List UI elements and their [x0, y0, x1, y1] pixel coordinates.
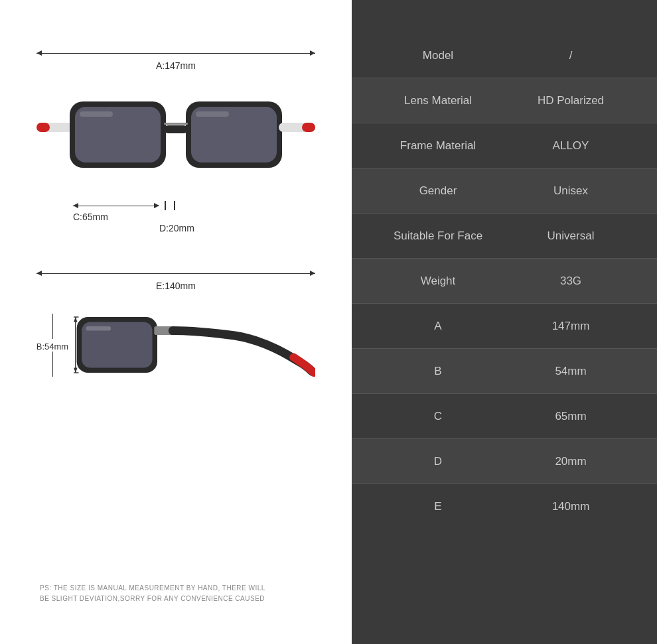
- spec-value: Universal: [504, 229, 637, 243]
- spec-value: 140mm: [504, 500, 637, 513]
- spec-row: E140mm: [352, 484, 657, 529]
- spec-value: 54mm: [504, 365, 637, 378]
- spec-row: Weight33G: [352, 259, 657, 304]
- spec-value: 33G: [504, 275, 637, 288]
- spec-value: 20mm: [504, 455, 637, 468]
- spec-row: Lens MaterialHD Polarized: [352, 78, 657, 123]
- glasses-side-diagram: E:140mm B:54mm: [36, 273, 315, 395]
- specs-table: Model/Lens MaterialHD PolarizedFrame Mat…: [352, 0, 657, 644]
- spec-row: A147mm: [352, 304, 657, 349]
- spec-label: Weight: [372, 275, 504, 288]
- spec-label: Model: [372, 49, 504, 62]
- spec-label: Gender: [372, 184, 504, 198]
- spec-value: 65mm: [504, 410, 637, 423]
- svg-marker-19: [74, 317, 78, 322]
- spec-label: C: [372, 410, 504, 423]
- spec-value: /: [504, 49, 637, 62]
- spec-label: D: [372, 455, 504, 468]
- spec-value: ALLOY: [504, 139, 637, 153]
- left-panel: A:147mm: [0, 0, 352, 644]
- spec-value: Unisex: [504, 184, 637, 198]
- dim-c-label: C:65mm: [73, 212, 108, 222]
- glasses-top-svg: [36, 75, 315, 194]
- spec-label: Lens Material: [372, 94, 504, 107]
- spec-row: Frame MaterialALLOY: [352, 123, 657, 168]
- spec-row: Suitable For FaceUniversal: [352, 214, 657, 259]
- svg-rect-3: [164, 125, 188, 133]
- spec-row: Model/: [352, 33, 657, 78]
- svg-marker-20: [74, 368, 78, 373]
- svg-rect-11: [164, 123, 188, 125]
- svg-rect-15: [86, 326, 111, 331]
- spec-label: Frame Material: [372, 139, 504, 153]
- spec-label: B: [372, 365, 504, 378]
- spec-row: B54mm: [352, 349, 657, 394]
- spec-row: D20mm: [352, 439, 657, 484]
- spec-value: 147mm: [504, 320, 637, 333]
- svg-rect-10: [196, 111, 229, 117]
- svg-rect-8: [302, 123, 315, 132]
- dim-a-label: A:147mm: [36, 60, 315, 71]
- spec-row: GenderUnisex: [352, 168, 657, 214]
- spec-label: A: [372, 320, 504, 333]
- spec-value: HD Polarized: [504, 94, 637, 107]
- dim-d-label: D:20mm: [159, 223, 194, 233]
- svg-rect-9: [80, 111, 113, 117]
- glasses-top-diagram: A:147mm: [36, 53, 315, 233]
- dim-e-label: E:140mm: [36, 281, 315, 291]
- spec-label: E: [372, 500, 504, 513]
- svg-rect-7: [36, 123, 50, 132]
- dim-b-label: B:54mm: [36, 342, 68, 352]
- spec-label: Suitable For Face: [372, 229, 504, 243]
- ps-note: PS: THE SIZE IS MANUAL MEASUREMENT BY HA…: [40, 583, 265, 604]
- spec-row: C65mm: [352, 394, 657, 439]
- glasses-side-svg: [74, 295, 315, 395]
